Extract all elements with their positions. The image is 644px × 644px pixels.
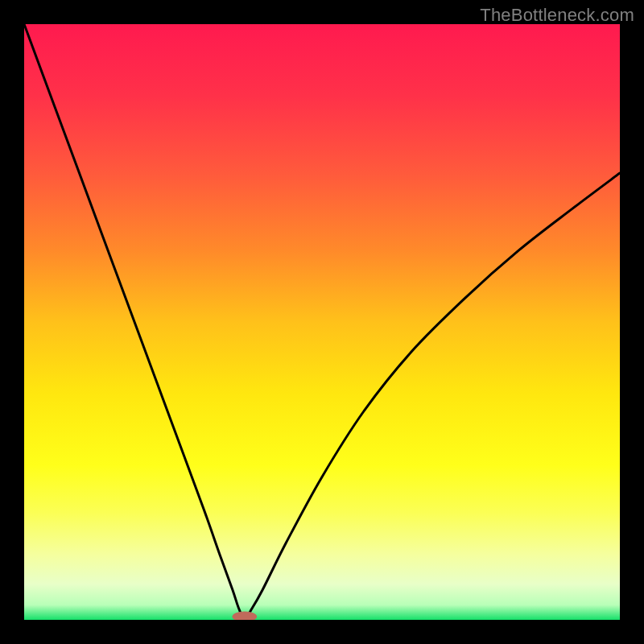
chart-frame: TheBottleneck.com — [0, 0, 644, 644]
minimum-marker — [233, 612, 257, 620]
watermark-text: TheBottleneck.com — [480, 5, 634, 26]
chart-svg — [24, 24, 620, 620]
gradient-background — [24, 24, 620, 620]
plot-area — [24, 24, 620, 620]
